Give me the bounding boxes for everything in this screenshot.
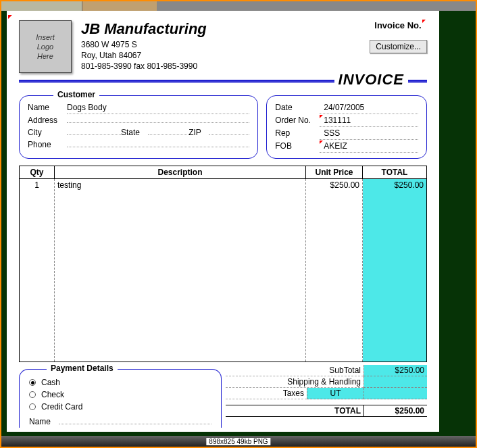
radio-cc-label: Credit Card [41, 401, 82, 413]
header: Insert Logo Here JB Manufacturing 3680 W… [19, 20, 427, 73]
rep-label: Rep [275, 127, 320, 139]
order-box: Date 24/07/2005 Order No. 131111 Rep SSS… [266, 95, 427, 159]
tab-b[interactable] [82, 1, 157, 11]
totals-area: Payment Details Cash Check Credit Card N… [19, 365, 427, 428]
company-street: 3680 W 4975 S [81, 39, 316, 50]
comment-marker-icon [320, 115, 323, 118]
image-metadata: 898x825 49kb PNG [206, 438, 270, 445]
comment-marker-icon [422, 20, 426, 23]
radio-cash[interactable]: Cash [29, 376, 211, 389]
shipping-label: Shipping & Handling [226, 376, 363, 388]
company-name: JB Manufacturing [81, 20, 316, 38]
tab-a[interactable] [1, 1, 82, 11]
zip-value[interactable] [209, 134, 249, 135]
company-city: Roy, Utah 84067 [81, 50, 316, 61]
company-block: JB Manufacturing 3680 W 4975 S Roy, Utah… [81, 20, 316, 72]
subtotal-value: $250.00 [363, 365, 427, 376]
invoice-number-block: Invoice No. Customize... [326, 20, 427, 53]
taxes-region[interactable]: UT [307, 388, 363, 399]
tab-strip [1, 1, 476, 11]
radio-check[interactable]: Check [29, 389, 211, 401]
comment-marker-icon [320, 141, 323, 144]
taxes-label: Taxes [226, 388, 307, 399]
phone-value[interactable] [67, 147, 249, 147]
col-price: Unit Price [306, 166, 363, 179]
payment-title: Payment Details [47, 364, 118, 373]
payment-name-value[interactable] [59, 424, 211, 424]
taxes-value[interactable] [363, 388, 427, 399]
fob-value[interactable]: AKEIZ [320, 140, 418, 153]
radio-cash-label: Cash [41, 376, 60, 389]
radio-icon[interactable] [29, 403, 36, 410]
subtotal-label: SubTotal [226, 365, 363, 376]
app-frame: Insert Logo Here JB Manufacturing 3680 W… [0, 0, 477, 448]
col-total: TOTAL [363, 166, 426, 179]
city-label: City [28, 126, 67, 139]
orderno-label: Order No. [275, 114, 320, 126]
logo-placeholder[interactable]: Insert Logo Here [19, 20, 72, 73]
radio-icon[interactable] [29, 379, 36, 386]
cell-price[interactable]: $250.00 [306, 179, 363, 362]
orderno-value[interactable]: 131111 [320, 114, 418, 127]
comment-marker-icon [8, 15, 12, 19]
line-items-table: Qty Description Unit Price TOTAL 1 testi… [19, 166, 427, 362]
address-value[interactable] [67, 122, 249, 123]
shipping-value[interactable] [363, 376, 427, 388]
customize-button[interactable]: Customize... [370, 40, 427, 53]
cell-qty[interactable]: 1 [20, 179, 55, 362]
col-desc: Description [55, 166, 306, 179]
grand-total-value: $250.00 [363, 405, 427, 417]
title-rule: INVOICE [19, 80, 427, 83]
invoice-page: Insert Logo Here JB Manufacturing 3680 W… [7, 11, 439, 432]
rep-value[interactable]: SSS [320, 127, 418, 140]
state-value[interactable] [148, 134, 189, 135]
fob-label: FOB [275, 140, 320, 152]
grand-total-label: TOTAL [226, 405, 363, 417]
date-value[interactable]: 24/07/2005 [320, 101, 418, 114]
invoice-number-label: Invoice No. [374, 20, 421, 30]
cell-desc[interactable]: testing [55, 179, 306, 362]
table-header: Qty Description Unit Price TOTAL [20, 166, 426, 179]
name-label: Name [28, 101, 67, 114]
radio-icon[interactable] [29, 391, 36, 398]
name-value[interactable]: Dogs Body [67, 101, 107, 114]
cell-total[interactable]: $250.00 [363, 179, 426, 362]
company-phone: 801-985-3990 fax 801-985-3990 [81, 61, 316, 72]
payment-name-label: Name [29, 416, 59, 428]
customer-title: Customer [53, 90, 99, 99]
radio-check-label: Check [41, 389, 64, 401]
address-label: Address [28, 114, 67, 126]
invoice-title: INVOICE [334, 71, 408, 89]
city-value[interactable] [67, 134, 121, 135]
zip-label: ZIP [189, 126, 209, 139]
date-label: Date [275, 101, 320, 114]
payment-box: Payment Details Cash Check Credit Card N… [19, 369, 222, 428]
radio-cc[interactable]: Credit Card [29, 401, 211, 413]
col-qty: Qty [20, 166, 55, 179]
rule-accent [413, 80, 427, 83]
info-row: Customer Name Dogs Body Address City Sta… [19, 95, 427, 159]
state-label: State [121, 126, 148, 139]
totals-table: SubTotal $250.00 Shipping & Handling Tax… [226, 365, 427, 428]
customer-box: Customer Name Dogs Body Address City Sta… [19, 95, 258, 159]
phone-label: Phone [28, 139, 67, 151]
table-row[interactable]: 1 testing $250.00 $250.00 [20, 179, 426, 362]
